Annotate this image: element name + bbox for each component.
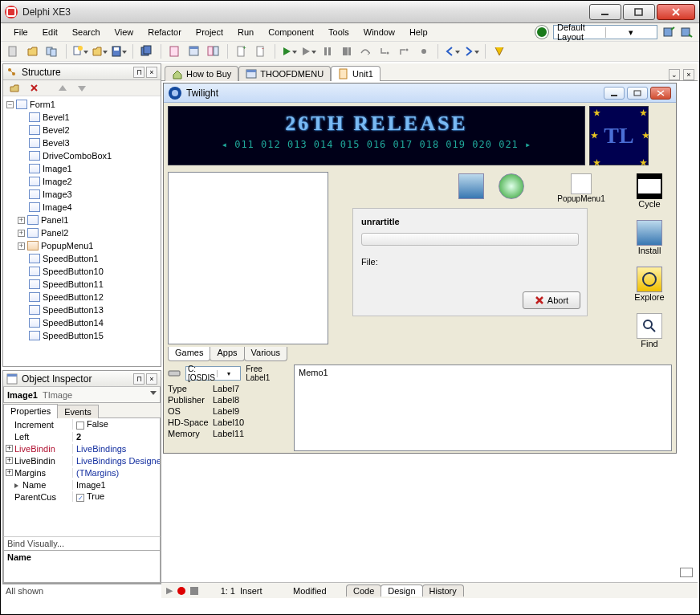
- menu-project[interactable]: Project: [189, 25, 230, 39]
- tb-help-icon[interactable]: [491, 43, 507, 59]
- drive-combo[interactable]: C: [OSDIS▾: [185, 366, 241, 381]
- record-icon[interactable]: [177, 587, 185, 595]
- explore-button[interactable]: Explore: [631, 267, 668, 302]
- globe-icon[interactable]: [535, 26, 548, 39]
- tree-item[interactable]: SpeedButton1: [18, 252, 159, 265]
- form-close-button[interactable]: [650, 87, 671, 100]
- tree-item[interactable]: SpeedButton14: [18, 316, 159, 329]
- find-button[interactable]: Find: [631, 313, 668, 348]
- tb-forms-icon[interactable]: [186, 43, 202, 59]
- form-maximize-button[interactable]: [627, 87, 648, 100]
- save-layout-icon[interactable]: [662, 26, 675, 39]
- tab-unit1[interactable]: Unit1: [331, 66, 381, 81]
- layout-combo[interactable]: Default Layout ▾: [553, 25, 657, 39]
- menu-window[interactable]: Window: [357, 25, 401, 39]
- minimap-toggle[interactable]: [680, 568, 693, 577]
- tree-item[interactable]: +Panel2: [18, 226, 159, 239]
- tb-stepover-icon[interactable]: [358, 43, 374, 59]
- tb-newitems-icon[interactable]: [72, 43, 88, 59]
- stop-icon[interactable]: [190, 587, 198, 595]
- tabs-menu-icon[interactable]: ⌄: [669, 69, 680, 80]
- maximize-button[interactable]: [623, 4, 655, 20]
- pin-icon[interactable]: ⊓: [133, 67, 144, 78]
- badge-image[interactable]: ★ ★ ★ ★ ★ ★ TL: [589, 106, 649, 165]
- tb-save-icon[interactable]: [111, 43, 127, 59]
- tb-open-icon[interactable]: [25, 43, 41, 59]
- designed-form[interactable]: Twilight 26TH RELEASE ◂ 011 012 013 014 …: [163, 83, 677, 454]
- tree-item[interactable]: +Panel1: [18, 214, 159, 226]
- tree-item[interactable]: DriveComboBox1: [18, 149, 159, 162]
- down-icon[interactable]: [74, 80, 90, 96]
- tree-item[interactable]: SpeedButton11: [18, 278, 159, 291]
- bind-visually-link[interactable]: Bind Visually...: [7, 539, 64, 548]
- pin-icon[interactable]: ⊓: [133, 373, 144, 385]
- oi-object-selector[interactable]: Image1 TImage: [3, 387, 161, 403]
- tb-removefile-icon[interactable]: -: [253, 43, 269, 59]
- tree-item[interactable]: Bevel1: [18, 111, 159, 124]
- tab-history[interactable]: History: [422, 584, 464, 597]
- tree-item[interactable]: Image1: [18, 162, 159, 175]
- tab-design[interactable]: Design: [381, 584, 422, 597]
- form-designer[interactable]: Twilight 26TH RELEASE ◂ 011 012 013 014 …: [161, 81, 698, 582]
- oi-footer[interactable]: Bind Visually...: [3, 536, 161, 551]
- tb-openproj-icon[interactable]: [92, 43, 108, 59]
- menu-help[interactable]: Help: [403, 25, 434, 39]
- tab-how-to-buy[interactable]: How to Buy: [165, 66, 238, 81]
- tab-thoofdmenu[interactable]: THOOFDMENU: [238, 66, 331, 81]
- abort-button[interactable]: Abort: [523, 291, 580, 309]
- tree-item[interactable]: SpeedButton12: [18, 291, 159, 303]
- memo[interactable]: Memo1: [294, 365, 672, 451]
- tb-new-icon[interactable]: [6, 43, 22, 59]
- expand-icon[interactable]: [6, 80, 22, 96]
- panel-close-icon[interactable]: ×: [146, 373, 157, 385]
- tab-games[interactable]: Games: [168, 347, 210, 361]
- menu-search[interactable]: Search: [66, 25, 107, 39]
- close-button[interactable]: [657, 4, 695, 20]
- panel-close-icon[interactable]: ×: [146, 67, 157, 78]
- tb-addfile-icon[interactable]: +: [234, 43, 250, 59]
- tab-properties[interactable]: Properties: [3, 404, 58, 418]
- tb-units-icon[interactable]: [167, 43, 183, 59]
- tree-item[interactable]: Image3: [18, 188, 159, 201]
- tab-apps[interactable]: Apps: [210, 347, 244, 361]
- tab-various[interactable]: Various: [244, 347, 287, 361]
- tab-code[interactable]: Code: [346, 584, 381, 597]
- install-button[interactable]: Install: [631, 220, 668, 255]
- tree-item[interactable]: SpeedButton15: [18, 329, 159, 342]
- structure-tree[interactable]: −Form1 Bevel1Bevel2Bevel3DriveComboBox1I…: [3, 96, 161, 366]
- property-grid[interactable]: IncrementFalseLeft2+LiveBindinLiveBindin…: [3, 418, 161, 536]
- cycle-button[interactable]: Cycle: [631, 173, 668, 209]
- tree-root[interactable]: −Form1: [6, 98, 159, 111]
- load-layout-icon[interactable]: [680, 26, 693, 39]
- tb-forward-icon[interactable]: [463, 43, 479, 59]
- menu-component[interactable]: Component: [262, 25, 320, 39]
- tree-item[interactable]: SpeedButton10: [18, 265, 159, 278]
- tb-pause-icon[interactable]: [319, 43, 336, 59]
- tb-rundebug-icon[interactable]: [300, 43, 316, 59]
- tabs-close-icon[interactable]: ×: [683, 69, 694, 80]
- minimize-button[interactable]: [589, 4, 621, 20]
- menu-refactor[interactable]: Refactor: [141, 25, 188, 39]
- tb-toggle-icon[interactable]: [206, 43, 222, 59]
- menu-run[interactable]: Run: [231, 25, 260, 39]
- collapse-icon[interactable]: [26, 80, 42, 96]
- tree-item[interactable]: +PopupMenu1: [18, 239, 159, 252]
- tree-item[interactable]: Bevel2: [18, 124, 159, 136]
- tab-events[interactable]: Events: [57, 405, 99, 418]
- tb-multi-icon[interactable]: [44, 43, 60, 59]
- menu-tools[interactable]: Tools: [322, 25, 356, 39]
- monitor-icon[interactable]: [453, 173, 490, 199]
- popupmenu-component[interactable]: PopupMenu1: [553, 173, 609, 203]
- tb-runtocursor-icon[interactable]: [416, 43, 432, 59]
- form-minimize-button[interactable]: [604, 87, 625, 100]
- cd-icon[interactable]: [493, 173, 530, 199]
- up-icon[interactable]: [55, 80, 71, 96]
- listbox[interactable]: [168, 172, 328, 344]
- menu-file[interactable]: File: [7, 25, 35, 39]
- banner-image[interactable]: 26TH RELEASE ◂ 011 012 013 014 015 016 0…: [168, 106, 585, 165]
- menu-view[interactable]: View: [108, 25, 140, 39]
- menu-edit[interactable]: Edit: [36, 25, 64, 39]
- tb-saveall-icon[interactable]: [139, 43, 155, 59]
- tree-item[interactable]: SpeedButton13: [18, 303, 159, 316]
- tb-stepinto-icon[interactable]: [377, 43, 393, 59]
